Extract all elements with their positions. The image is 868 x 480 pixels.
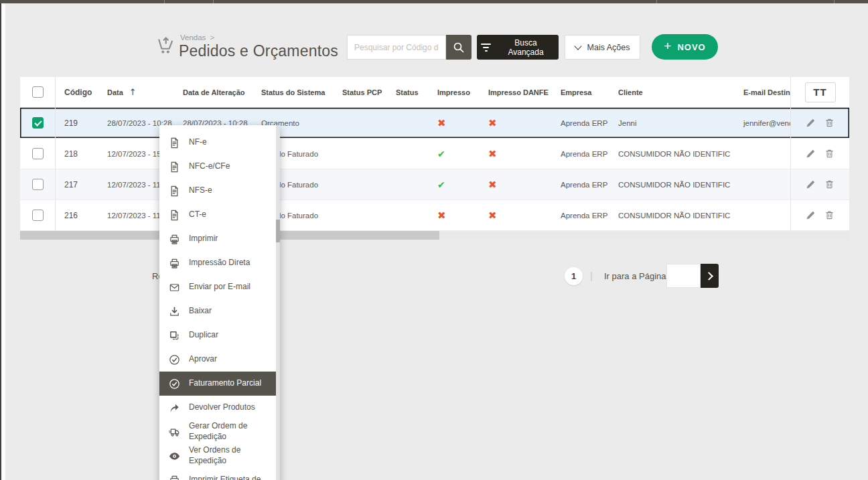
menu-item-label: Imprimir Etiqueta de bbox=[189, 475, 261, 480]
more-actions-button[interactable]: Mais Ações bbox=[565, 35, 640, 60]
eye-icon bbox=[168, 450, 181, 463]
header-codigo[interactable]: Código bbox=[56, 77, 107, 107]
search-input[interactable] bbox=[347, 35, 446, 60]
breadcrumb[interactable]: Vendas> bbox=[180, 33, 214, 42]
header-empresa[interactable]: Empresa bbox=[561, 77, 618, 107]
check-circle-icon bbox=[168, 353, 181, 366]
menu-item-aprovar[interactable]: Aprovar bbox=[159, 347, 280, 372]
menu-item-label: Aprovar bbox=[189, 354, 217, 365]
menu-item-imprimir[interactable]: Imprimir bbox=[159, 227, 280, 251]
table-row-216[interactable]: 21612/07/2023 - 11:3Pedido Faturado✖✖Apr… bbox=[20, 200, 849, 231]
cell-status bbox=[396, 139, 437, 169]
pencil-icon bbox=[805, 179, 817, 190]
menu-item-nfs-e[interactable]: NFS-e bbox=[159, 179, 280, 203]
page-number-button[interactable]: 1 bbox=[565, 267, 583, 285]
new-button-label: NOVO bbox=[677, 42, 705, 52]
menu-item-impressao-direta[interactable]: Impressão Direta bbox=[159, 251, 280, 275]
breadcrumb-separator: > bbox=[210, 33, 214, 42]
top-strip-divider bbox=[834, 0, 835, 3]
cell-codigo: 216 bbox=[56, 200, 107, 230]
trash-icon bbox=[824, 210, 836, 221]
edit-button[interactable] bbox=[805, 148, 817, 160]
filter-icon bbox=[481, 44, 491, 52]
menu-item-nfc-e-cfe[interactable]: NFC-e/CFe bbox=[159, 155, 280, 179]
document-icon bbox=[168, 161, 181, 173]
delete-button[interactable] bbox=[824, 210, 836, 222]
impresso-x-icon: ✖ bbox=[437, 200, 488, 230]
menu-item-gerar-ordem-de-expedicao[interactable]: Gerar Ordem de Expedição bbox=[159, 420, 280, 444]
delete-button[interactable] bbox=[824, 179, 836, 191]
printer-icon bbox=[168, 474, 181, 480]
header-status[interactable]: Status bbox=[396, 77, 437, 107]
edit-button[interactable] bbox=[805, 117, 817, 129]
chevron-down-icon bbox=[574, 42, 581, 50]
impresso-check-icon: ✔ bbox=[437, 139, 488, 169]
cell-status bbox=[396, 200, 437, 230]
menu-item-nf-e[interactable]: NF-e bbox=[159, 131, 280, 155]
menu-item-ver-ordens-de-expedicao[interactable]: Ver Ordens de Expedição bbox=[159, 444, 280, 468]
horizontal-scrollbar-track[interactable] bbox=[20, 231, 849, 240]
sort-asc-icon[interactable]: ↑ bbox=[129, 87, 137, 97]
document-icon bbox=[168, 209, 181, 222]
select-all-checkbox[interactable] bbox=[32, 86, 44, 98]
cell-status bbox=[396, 169, 437, 199]
header-data-alteracao[interactable]: Data de Alteração bbox=[183, 77, 261, 107]
cell-email bbox=[730, 169, 790, 199]
row-checkbox[interactable] bbox=[32, 148, 44, 159]
goto-page-label: Ir para a Página bbox=[604, 271, 666, 281]
more-actions-label: Mais Ações bbox=[587, 43, 630, 52]
goto-page-input[interactable] bbox=[666, 264, 701, 288]
delete-button[interactable] bbox=[824, 117, 836, 129]
table-row-217[interactable]: 21712/07/2023 - 11:4Pedido Faturado✔✖Apr… bbox=[20, 169, 849, 200]
trash-icon bbox=[824, 117, 836, 129]
download-icon bbox=[168, 305, 181, 318]
column-settings-button[interactable]: TT bbox=[805, 82, 836, 102]
row-checkbox[interactable] bbox=[32, 179, 44, 190]
duplicate-icon bbox=[168, 329, 181, 342]
cell-codigo: 217 bbox=[56, 169, 107, 199]
header-status-sistema[interactable]: Status do Sistema bbox=[261, 77, 342, 107]
breadcrumb-vendas[interactable]: Vendas bbox=[180, 33, 206, 42]
menu-item-label: Gerar Ordem de Expedição bbox=[189, 421, 269, 442]
envelope-icon bbox=[168, 281, 181, 294]
menu-scrollbar-thumb[interactable] bbox=[276, 220, 280, 242]
menu-scrollbar-track[interactable] bbox=[276, 125, 280, 480]
cell-email bbox=[730, 200, 790, 230]
row-checkbox[interactable] bbox=[32, 210, 44, 221]
menu-item-ct-e[interactable]: CT-e bbox=[159, 203, 280, 227]
goto-page-button[interactable] bbox=[701, 264, 719, 288]
menu-item-baixar[interactable]: Baixar bbox=[159, 299, 280, 323]
cell-cliente: CONSUMIDOR NÃO IDENTIFICADO bbox=[618, 200, 730, 230]
edit-button[interactable] bbox=[805, 179, 817, 191]
trash-icon bbox=[824, 148, 836, 159]
document-icon bbox=[168, 185, 181, 197]
header-status-pcp[interactable]: Status PCP bbox=[342, 77, 396, 107]
header-actions-cell: TT bbox=[790, 77, 849, 107]
search-button[interactable] bbox=[446, 35, 472, 60]
cell-codigo: 219 bbox=[56, 108, 107, 138]
printer-icon bbox=[168, 257, 181, 270]
cell-email bbox=[730, 139, 790, 169]
table-row-219[interactable]: 21928/07/2023 - 10:2828/07/2023 - 10:28O… bbox=[20, 108, 849, 139]
header-email[interactable]: E-mail Destina bbox=[730, 77, 790, 107]
header-impresso-danfe[interactable]: Impresso DANFE bbox=[488, 77, 561, 107]
check-circle-icon bbox=[168, 378, 181, 390]
menu-item-enviar-por-e-mail[interactable]: Enviar por E-mail bbox=[159, 275, 280, 299]
row-actions-cell bbox=[790, 169, 849, 199]
menu-item-duplicar[interactable]: Duplicar bbox=[159, 323, 280, 347]
table-row-218[interactable]: 21812/07/2023 - 15:4Pedido Faturado✔✖Apr… bbox=[20, 139, 849, 169]
advanced-search-button[interactable]: Busca Avançada bbox=[477, 35, 559, 60]
menu-item-devolver-produtos[interactable]: Devolver Produtos bbox=[159, 396, 280, 420]
printer-icon bbox=[168, 233, 181, 246]
delete-button[interactable] bbox=[824, 148, 836, 160]
edit-button[interactable] bbox=[805, 210, 817, 222]
page-title: Pedidos e Orçamentos bbox=[179, 42, 338, 60]
header-cliente[interactable]: Cliente bbox=[618, 77, 730, 107]
top-strip-divider bbox=[164, 0, 165, 3]
menu-item-faturamento-parcial[interactable]: Faturamento Parcial bbox=[159, 372, 280, 396]
menu-item-imprimir-etiqueta-de[interactable]: Imprimir Etiqueta de bbox=[159, 468, 280, 480]
header-data[interactable]: Data ↑ bbox=[107, 77, 183, 107]
row-checkbox[interactable] bbox=[32, 117, 44, 129]
new-button[interactable]: + NOVO bbox=[652, 34, 718, 60]
header-impresso[interactable]: Impresso bbox=[437, 77, 488, 107]
